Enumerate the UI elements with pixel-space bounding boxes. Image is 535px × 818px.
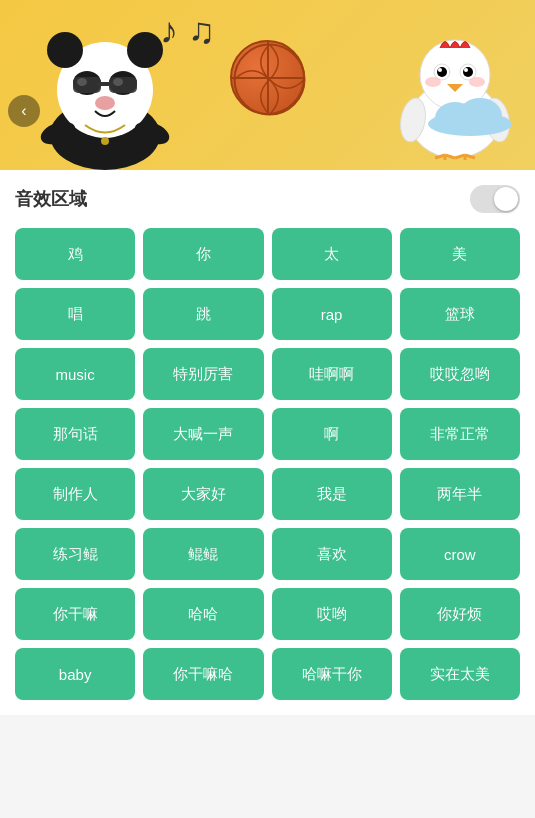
- btn-you[interactable]: 你: [143, 228, 263, 280]
- svg-rect-8: [109, 77, 137, 93]
- btn-like[interactable]: 喜欢: [272, 528, 392, 580]
- btn-baby[interactable]: baby: [15, 648, 135, 700]
- banner: ♪ ♫: [0, 0, 535, 170]
- svg-point-24: [425, 77, 441, 87]
- btn-what-you[interactable]: 你干嘛: [15, 588, 135, 640]
- btn-ha-dry[interactable]: 哈嘛干你: [272, 648, 392, 700]
- btn-dance[interactable]: 跳: [143, 288, 263, 340]
- btn-kun[interactable]: 鲲鲲: [143, 528, 263, 580]
- sound-buttons-grid: 鸡你太美唱跳rap篮球music特别厉害哇啊啊哎哎忽哟那句话大喊一声啊非常正常制…: [15, 228, 520, 700]
- btn-crow[interactable]: crow: [400, 528, 520, 580]
- sound-section: 音效区域 鸡你太美唱跳rap篮球music特别厉害哇啊啊哎哎忽哟那句话大喊一声啊…: [0, 170, 535, 715]
- btn-that-word[interactable]: 那句话: [15, 408, 135, 460]
- chicken-icon: [395, 30, 515, 160]
- btn-annoying[interactable]: 你好烦: [400, 588, 520, 640]
- svg-point-19: [437, 67, 447, 77]
- btn-chicken[interactable]: 鸡: [15, 228, 135, 280]
- svg-point-9: [77, 78, 87, 86]
- btn-tai[interactable]: 太: [272, 228, 392, 280]
- btn-two-year[interactable]: 两年半: [400, 468, 520, 520]
- svg-point-23: [464, 68, 468, 72]
- basketball-icon: [230, 40, 305, 115]
- btn-sing[interactable]: 唱: [15, 288, 135, 340]
- svg-point-36: [458, 98, 502, 134]
- btn-hehe[interactable]: 哎哎忽哟: [400, 348, 520, 400]
- sound-toggle[interactable]: [470, 185, 520, 213]
- svg-point-10: [113, 78, 123, 86]
- svg-rect-7: [73, 77, 101, 93]
- btn-wow[interactable]: 哇啊啊: [272, 348, 392, 400]
- svg-point-11: [95, 96, 115, 110]
- svg-point-2: [47, 32, 83, 68]
- section-title: 音效区域: [15, 187, 87, 211]
- svg-point-3: [127, 32, 163, 68]
- btn-aiyou[interactable]: 哎哟: [272, 588, 392, 640]
- btn-haha[interactable]: 哈哈: [143, 588, 263, 640]
- btn-special[interactable]: 特别厉害: [143, 348, 263, 400]
- btn-what-you2[interactable]: 你干嘛哈: [143, 648, 263, 700]
- svg-point-12: [101, 137, 109, 145]
- btn-basketball[interactable]: 篮球: [400, 288, 520, 340]
- btn-mei[interactable]: 美: [400, 228, 520, 280]
- btn-rap[interactable]: rap: [272, 288, 392, 340]
- back-arrow-icon[interactable]: ‹: [8, 95, 40, 127]
- svg-point-22: [463, 67, 473, 77]
- cloud-icon: [425, 96, 515, 140]
- btn-music[interactable]: music: [15, 348, 135, 400]
- svg-point-20: [438, 68, 442, 72]
- btn-hello[interactable]: 大家好: [143, 468, 263, 520]
- panda-icon: [30, 15, 180, 170]
- btn-ah[interactable]: 啊: [272, 408, 392, 460]
- btn-shout[interactable]: 大喊一声: [143, 408, 263, 460]
- section-header: 音效区域: [15, 185, 520, 213]
- btn-producer[interactable]: 制作人: [15, 468, 135, 520]
- btn-normal[interactable]: 非常正常: [400, 408, 520, 460]
- svg-point-25: [469, 77, 485, 87]
- btn-too-beautiful[interactable]: 实在太美: [400, 648, 520, 700]
- btn-practice[interactable]: 练习鲲: [15, 528, 135, 580]
- btn-i-am[interactable]: 我是: [272, 468, 392, 520]
- toggle-knob: [494, 187, 518, 211]
